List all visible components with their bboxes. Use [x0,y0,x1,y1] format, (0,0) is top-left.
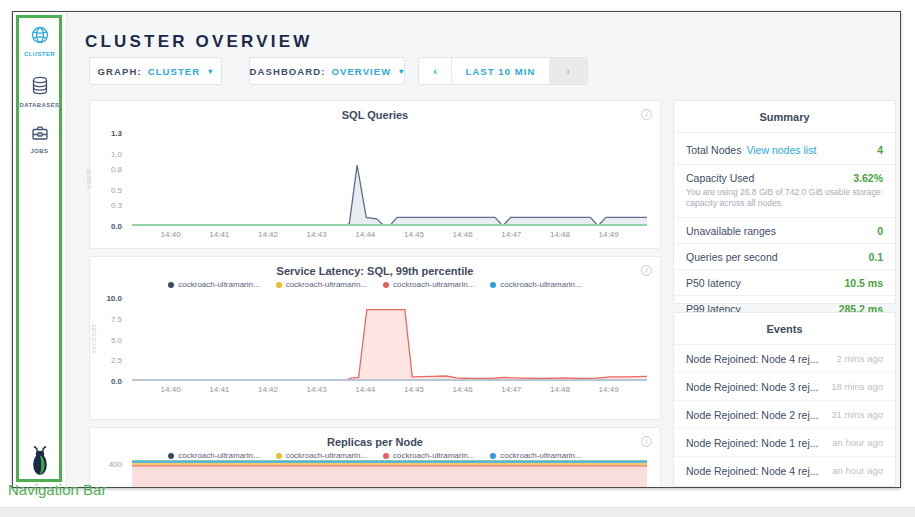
chart-card-service-latency: Service Latency: SQL, 99th percentile i … [89,256,661,420]
summary-value: 3.62% [853,172,883,184]
legend-dot [276,282,282,288]
summary-value: 0 [877,225,883,237]
graph-dropdown[interactable]: GRAPH: CLUSTER ▾ [89,57,222,85]
event-time: an hour ago [832,437,883,448]
view-nodes-list-link[interactable]: View nodes list [746,144,816,156]
summary-value: 0.1 [868,251,883,263]
time-range-value[interactable]: LAST 10 MIN [452,58,549,84]
summary-row-total-nodes: Total NodesView nodes list 4 [674,133,895,165]
chart-card-replicas-per-node: Replicas per Node i cockroach-ultramarin… [89,427,661,487]
summary-label: Unavailable ranges [686,225,776,237]
event-label: Node Rejoined: Node 4 rej... [686,353,819,365]
summary-row-unavailable-ranges: Unavailable ranges 0 [674,218,895,244]
page-divider [0,507,915,517]
cockroachdb-logo[interactable] [13,445,66,481]
time-range-next-button-disabled[interactable]: › [549,58,587,84]
chart-card-sql-queries: SQL Queries i count 1.31.00.80.50.30.0 1… [89,100,661,249]
main-content: CLUSTER OVERVIEW GRAPH: CLUSTER ▾ DASHBO… [68,12,900,487]
graph-dropdown-value: CLUSTER [148,66,201,77]
globe-icon [30,31,50,48]
time-range-selector: ‹ LAST 10 MIN › [418,57,588,85]
summary-label: Total Nodes [686,144,741,156]
page-title: CLUSTER OVERVIEW [85,32,313,52]
time-range-prev-button[interactable]: ‹ [419,58,452,84]
summary-value: 4 [877,144,883,156]
event-time: an hour ago [832,465,883,476]
chevron-down-icon: ▾ [208,67,213,76]
line-chart-replicas-per-node [132,458,647,487]
event-time: 31 mins ago [831,409,883,420]
legend-dot [168,282,174,288]
info-icon[interactable]: i [641,265,652,276]
summary-value: 10.5 ms [844,277,883,289]
x-axis-ticks: 14:4014:4114:4214:4314:4414:4514:4614:47… [132,230,647,240]
event-row[interactable]: Node Rejoined: Node 4 rej... 2 mins ago [674,345,895,373]
chart-title: SQL Queries [90,101,660,121]
event-label: Node Rejoined: Node 1 rej... [686,437,819,449]
annotation-caption: Navigation Bar [8,481,106,498]
panel-title: Events [674,313,895,345]
events-panel: Events Node Rejoined: Node 4 rej... 2 mi… [673,312,896,487]
sidebar-item-databases[interactable]: DATABASES [13,76,66,108]
legend-label: cockroach-ultramarin... [178,280,259,289]
chart-title: Service Latency: SQL, 99th percentile [90,257,660,277]
legend-dot [490,282,496,288]
summary-label: Capacity Used [686,172,754,184]
dashboard-dropdown[interactable]: DASHBOARD: OVERVIEW ▾ [249,57,405,85]
database-icon [31,82,49,99]
sidebar-item-label: CLUSTER [13,51,66,57]
legend-label: cockroach-ultramarin... [500,280,581,289]
summary-row-queries-per-second: Queries per second 0.1 [674,244,895,270]
event-row[interactable]: Node Rejoined: Node 4 rej... an hour ago [674,457,895,484]
event-label: Node Rejoined: Node 3 rej... [686,381,819,393]
dashboard-dropdown-value: OVERVIEW [331,66,391,77]
line-chart-service-latency [132,298,647,381]
summary-row-p50-latency: P50 latency 10.5 ms [674,270,895,296]
chart-title: Replicas per Node [90,428,660,448]
screenshot-frame: CLUSTER DATABASES [12,11,901,488]
event-time: 2 mins ago [837,353,883,364]
summary-label: Queries per second [686,251,778,263]
sidebar-item-label: DATABASES [13,102,66,108]
legend-label: cockroach-ultramarin... [393,280,474,289]
panel-title: Summary [674,101,895,133]
graph-dropdown-label: GRAPH: [98,66,142,77]
sidebar-item-label: JOBS [13,148,66,154]
briefcase-icon [31,128,49,145]
event-row[interactable]: Node Rejoined: Node 1 rej... an hour ago [674,429,895,457]
legend-dot [383,282,389,288]
chevron-down-icon: ▾ [399,67,404,76]
line-chart-sql-queries [132,133,647,226]
y-axis-ticks: 10.07.55.02.50.0 [90,298,128,381]
info-icon[interactable]: i [641,109,652,120]
y-axis-ticks: 1.31.00.80.50.30.0 [90,133,128,226]
dashboard-dropdown-label: DASHBOARD: [250,66,326,77]
event-row[interactable]: Node Rejoined: Node 2 rej... 31 mins ago [674,401,895,429]
navigation-bar: CLUSTER DATABASES [13,12,67,487]
x-axis-ticks: 14:4014:4114:4214:4314:4414:4514:4614:47… [132,385,647,395]
event-label: Node Rejoined: Node 2 rej... [686,409,819,421]
summary-panel: Summary Total NodesView nodes list 4 Cap… [673,100,896,304]
legend-label: cockroach-ultramarin... [286,280,367,289]
sidebar-item-jobs[interactable]: JOBS [13,124,66,154]
summary-label: P50 latency [686,277,741,289]
chart-legend: cockroach-ultramarin...cockroach-ultrama… [90,280,660,289]
page: CLUSTER DATABASES [0,0,915,517]
event-row[interactable]: Node Rejoined: Node 3 rej... 18 mins ago [674,373,895,401]
capacity-used-caption: You are using 26.8 GiB of 742.0 GiB usab… [674,187,895,218]
event-time: 18 mins ago [831,381,883,392]
sidebar-item-cluster[interactable]: CLUSTER [13,25,66,57]
info-icon[interactable]: i [641,436,652,447]
event-label: Node Rejoined: Node 4 rej... [686,465,819,477]
